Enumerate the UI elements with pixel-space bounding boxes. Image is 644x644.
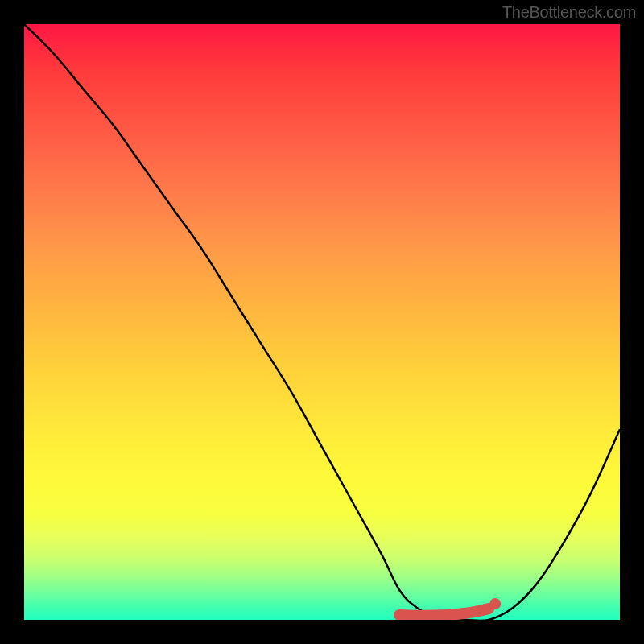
curve-path xyxy=(24,24,620,620)
chart-container: TheBottleneck.com xyxy=(0,0,644,644)
watermark-text: TheBottleneck.com xyxy=(502,3,636,22)
highlight-end-dot xyxy=(489,598,501,609)
highlight-segment xyxy=(399,609,489,616)
bottleneck-curve-svg xyxy=(24,24,620,620)
